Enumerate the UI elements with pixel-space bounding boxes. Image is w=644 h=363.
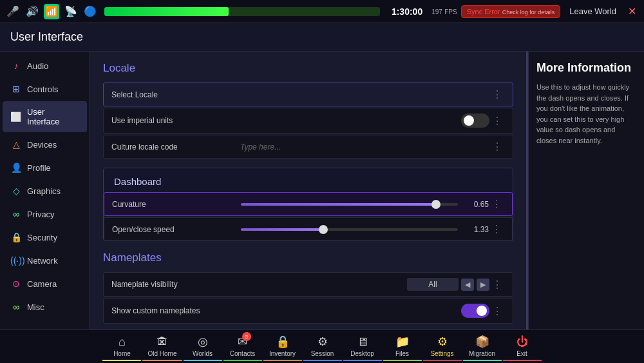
sidebar-item-security[interactable]: 🔒 Security — [3, 226, 87, 248]
bottom-settings[interactable]: ⚙ Settings — [423, 332, 462, 361]
icon-active: 📶 — [44, 4, 59, 19]
info-panel-text: Use this to adjust how quickly the dash … — [536, 82, 636, 146]
curvature-row: Curvature 0.65 ⋮ — [104, 192, 513, 216]
nameplate-value: All — [407, 278, 459, 291]
top-bar: 🎤 🔊 📶 📡 🔵 1:30:00 197 FPS Sync Error Che… — [0, 0, 644, 23]
content-area: Locale Select Locale ⋮ Use imperial unit… — [90, 52, 526, 329]
openclose-row: Open/close speed 1.33 ⋮ — [104, 217, 513, 240]
bottom-worlds[interactable]: ◎ Worlds — [184, 332, 222, 361]
sidebar-item-profile[interactable]: 👤 Profile — [3, 157, 87, 179]
openclose-value: 1.33 — [463, 225, 489, 234]
sidebar-item-devices[interactable]: △ Devices — [3, 133, 87, 155]
ui-icon: ⬜ — [10, 112, 22, 122]
icon-audio: 🔊 — [24, 4, 40, 19]
curvature-thumb[interactable] — [431, 200, 440, 209]
session-icon: ⚙ — [317, 335, 328, 349]
sidebar-item-network[interactable]: ((·)) Network — [3, 250, 87, 271]
openclose-dots[interactable]: ⋮ — [489, 223, 504, 235]
nameplate-visibility-row: Nameplate visibility All ◀ ▶ ⋮ — [103, 272, 513, 297]
camera-icon: ⊙ — [10, 279, 22, 289]
profile-icon: 👤 — [10, 162, 22, 173]
nameplate-next-button[interactable]: ▶ — [477, 279, 489, 291]
home-icon: ⌂ — [118, 335, 126, 349]
bottom-desktop[interactable]: 🖥 Desktop — [343, 333, 382, 361]
migration-icon: 📦 — [475, 335, 489, 349]
info-panel: More Information Use this to adjust how … — [528, 52, 644, 329]
nameplate-visibility-control: All ◀ ▶ — [240, 278, 489, 291]
nameplates-section-title: Nameplates — [103, 251, 513, 264]
nameplate-prev-button[interactable]: ◀ — [461, 279, 474, 291]
sidebar-item-privacy[interactable]: ∞ Privacy — [3, 203, 87, 225]
bottom-files[interactable]: 📁 Files — [383, 332, 422, 361]
devices-icon: △ — [10, 139, 22, 150]
openclose-fill — [241, 228, 323, 231]
inventory-icon: 🔒 — [276, 335, 290, 349]
custom-nameplates-dots[interactable]: ⋮ — [489, 305, 505, 317]
dashboard-title: Dashboard — [104, 168, 513, 192]
exit-icon: ⏻ — [516, 335, 528, 349]
curvature-slider-track[interactable] — [241, 203, 458, 206]
imperial-toggle[interactable] — [461, 113, 489, 128]
custom-nameplates-control — [240, 304, 489, 318]
contacts-icon: ✉ 5 — [238, 335, 247, 349]
curvature-value: 0.65 — [463, 200, 489, 209]
imperial-units-label: Use imperial units — [111, 116, 240, 125]
locale-select-dots[interactable]: ⋮ — [489, 88, 505, 101]
privacy-icon: ∞ — [10, 209, 22, 219]
sidebar-item-audio[interactable]: ♪ Audio — [3, 55, 87, 77]
bottom-bar: ⌂ Home 🏚 Old Home ◎ Worlds ✉ 5 Contacts … — [0, 329, 644, 363]
progress-bar — [104, 7, 380, 16]
controls-icon: ⊞ — [10, 84, 22, 94]
curvature-label: Curvature — [112, 200, 241, 209]
audio-icon: ♪ — [10, 61, 22, 71]
sidebar-item-camera[interactable]: ⊙ Camera — [3, 273, 87, 295]
custom-nameplates-row: Show custom nameplates ⋮ — [103, 298, 513, 324]
page-title: User Interface — [10, 30, 83, 44]
bottom-session[interactable]: ⚙ Session — [303, 332, 342, 361]
old-home-icon: 🏚 — [156, 335, 168, 349]
imperial-units-control — [240, 113, 489, 128]
custom-nameplates-toggle[interactable] — [461, 304, 489, 318]
bottom-contacts[interactable]: ✉ 5 Contacts — [223, 332, 262, 361]
imperial-dots[interactable]: ⋮ — [489, 115, 505, 127]
sidebar-item-misc[interactable]: ∞ Misc — [3, 296, 87, 318]
culture-dots[interactable]: ⋮ — [489, 141, 505, 153]
files-icon: 📁 — [395, 335, 410, 349]
icon-circle: 🔵 — [82, 4, 98, 19]
culture-locale-input[interactable] — [240, 142, 489, 152]
contacts-badge: 5 — [242, 332, 251, 341]
network-icon: ((·)) — [10, 255, 22, 266]
bottom-exit[interactable]: ⏻ Exit — [503, 333, 542, 361]
culture-locale-control — [240, 142, 489, 152]
close-button[interactable]: ✕ — [625, 5, 639, 17]
session-time: 1:30:00 — [392, 6, 422, 17]
info-panel-title: More Information — [536, 61, 636, 75]
desktop-icon: 🖥 — [357, 335, 368, 349]
curvature-fill — [241, 203, 436, 206]
sidebar-item-ui[interactable]: ⬜ User Interface — [3, 101, 87, 132]
locale-select-row[interactable]: Select Locale ⋮ — [103, 83, 513, 106]
sync-error-button[interactable]: Sync Error Check log for details — [461, 5, 561, 18]
bottom-migration[interactable]: 📦 Migration — [463, 332, 502, 361]
locale-section-title: Locale — [103, 62, 513, 75]
curvature-dots[interactable]: ⋮ — [489, 198, 504, 210]
leave-world-button[interactable]: Leave World — [564, 4, 621, 19]
bottom-inventory[interactable]: 🔒 Inventory — [263, 332, 302, 361]
openclose-label: Open/close speed — [112, 225, 241, 234]
openclose-slider-track[interactable] — [241, 228, 458, 231]
nameplate-select: All ◀ ▶ — [407, 278, 489, 291]
fps-counter: 197 FPS — [431, 7, 457, 16]
main-layout: ♪ Audio ⊞ Controls ⬜ User Interface △ De… — [0, 52, 644, 329]
icon-signal: 📡 — [63, 4, 79, 19]
security-icon: 🔒 — [10, 232, 22, 242]
graphics-icon: ◇ — [10, 186, 22, 196]
nameplate-vis-dots[interactable]: ⋮ — [489, 279, 505, 291]
bottom-home[interactable]: ⌂ Home — [102, 333, 141, 361]
misc-icon: ∞ — [10, 302, 22, 312]
toggle-knob-2 — [477, 306, 487, 316]
bottom-old-home[interactable]: 🏚 Old Home — [142, 333, 182, 361]
openclose-thumb[interactable] — [319, 225, 328, 234]
toggle-knob — [464, 115, 474, 126]
sidebar-item-graphics[interactable]: ◇ Graphics — [3, 180, 87, 202]
sidebar-item-controls[interactable]: ⊞ Controls — [3, 78, 87, 100]
